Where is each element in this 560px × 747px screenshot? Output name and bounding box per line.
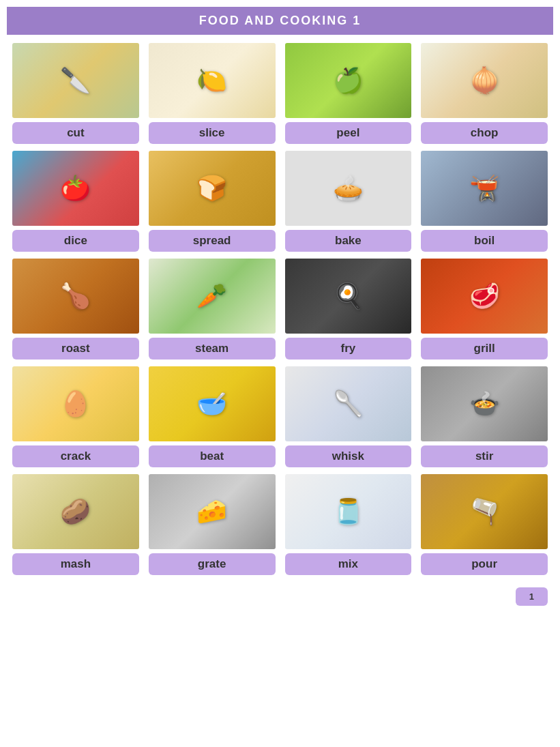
- image-steam: 🥕: [149, 259, 276, 334]
- image-mix: 🫙: [285, 474, 412, 549]
- label-whisk: whisk: [285, 445, 412, 467]
- image-fry: 🍳: [285, 259, 412, 334]
- image-placeholder-peel: 🍏: [285, 43, 412, 118]
- image-whisk: 🥄: [285, 366, 412, 441]
- page-title: FOOD AND COOKING 1: [7, 7, 553, 35]
- image-placeholder-chop: 🧅: [421, 43, 548, 118]
- emoji-mix: 🫙: [333, 499, 364, 524]
- label-pour: pour: [421, 553, 548, 575]
- item-stir: 🍲stir: [421, 366, 548, 467]
- emoji-pour: 🫗: [469, 499, 500, 524]
- item-peel: 🍏peel: [285, 43, 412, 144]
- image-slice: 🍋: [149, 43, 276, 118]
- label-grate: grate: [149, 553, 276, 575]
- emoji-dice: 🍅: [60, 176, 91, 201]
- image-placeholder-mash: 🥔: [12, 474, 139, 549]
- label-grill: grill: [421, 338, 548, 360]
- image-pour: 🫗: [421, 474, 548, 549]
- image-cut: 🔪: [12, 43, 139, 118]
- label-steam: steam: [149, 338, 276, 360]
- emoji-spread: 🍞: [196, 176, 227, 201]
- emoji-crack: 🥚: [60, 392, 91, 416]
- label-slice: slice: [149, 122, 276, 144]
- emoji-fry: 🍳: [333, 284, 364, 308]
- label-roast: roast: [12, 338, 139, 360]
- emoji-mash: 🥔: [60, 499, 91, 524]
- item-chop: 🧅chop: [421, 43, 548, 144]
- emoji-whisk: 🥄: [333, 392, 364, 416]
- image-placeholder-stir: 🍲: [421, 366, 548, 441]
- image-placeholder-mix: 🫙: [285, 474, 412, 549]
- image-grate: 🧀: [149, 474, 276, 549]
- footer: 1: [7, 581, 553, 606]
- item-crack: 🥚crack: [12, 366, 139, 467]
- emoji-grill: 🥩: [469, 284, 500, 308]
- item-roast: 🍗roast: [12, 259, 139, 360]
- label-beat: beat: [149, 445, 276, 467]
- item-bake: 🥧bake: [285, 151, 412, 252]
- item-pour: 🫗pour: [421, 474, 548, 575]
- cooking-grid: 🔪cut🍋slice🍏peel🧅chop🍅dice🍞spread🥧bake🫕bo…: [7, 43, 553, 575]
- image-peel: 🍏: [285, 43, 412, 118]
- item-mash: 🥔mash: [12, 474, 139, 575]
- image-placeholder-steam: 🥕: [149, 259, 276, 334]
- emoji-peel: 🍏: [333, 68, 364, 93]
- item-dice: 🍅dice: [12, 151, 139, 252]
- item-boil: 🫕boil: [421, 151, 548, 252]
- image-placeholder-boil: 🫕: [421, 151, 548, 226]
- item-steam: 🥕steam: [149, 259, 276, 360]
- emoji-steam: 🥕: [196, 284, 227, 308]
- image-bake: 🥧: [285, 151, 412, 226]
- label-cut: cut: [12, 122, 139, 144]
- label-chop: chop: [421, 122, 548, 144]
- label-mash: mash: [12, 553, 139, 575]
- image-roast: 🍗: [12, 259, 139, 334]
- image-placeholder-dice: 🍅: [12, 151, 139, 226]
- label-dice: dice: [12, 230, 139, 252]
- item-spread: 🍞spread: [149, 151, 276, 252]
- image-chop: 🧅: [421, 43, 548, 118]
- image-beat: 🥣: [149, 366, 276, 441]
- item-grill: 🥩grill: [421, 259, 548, 360]
- emoji-beat: 🥣: [196, 392, 227, 416]
- image-placeholder-pour: 🫗: [421, 474, 548, 549]
- label-peel: peel: [285, 122, 412, 144]
- label-boil: boil: [421, 230, 548, 252]
- emoji-slice: 🍋: [196, 68, 227, 93]
- image-boil: 🫕: [421, 151, 548, 226]
- label-crack: crack: [12, 445, 139, 467]
- label-spread: spread: [149, 230, 276, 252]
- emoji-roast: 🍗: [60, 284, 91, 308]
- image-dice: 🍅: [12, 151, 139, 226]
- image-grill: 🥩: [421, 259, 548, 334]
- item-beat: 🥣beat: [149, 366, 276, 467]
- item-grate: 🧀grate: [149, 474, 276, 575]
- footer-label: 1: [516, 587, 548, 606]
- item-slice: 🍋slice: [149, 43, 276, 144]
- emoji-bake: 🥧: [333, 176, 364, 201]
- label-stir: stir: [421, 445, 548, 467]
- image-placeholder-spread: 🍞: [149, 151, 276, 226]
- image-placeholder-grate: 🧀: [149, 474, 276, 549]
- item-fry: 🍳fry: [285, 259, 412, 360]
- image-crack: 🥚: [12, 366, 139, 441]
- item-cut: 🔪cut: [12, 43, 139, 144]
- image-placeholder-whisk: 🥄: [285, 366, 412, 441]
- image-placeholder-crack: 🥚: [12, 366, 139, 441]
- item-whisk: 🥄whisk: [285, 366, 412, 467]
- image-stir: 🍲: [421, 366, 548, 441]
- item-mix: 🫙mix: [285, 474, 412, 575]
- image-placeholder-fry: 🍳: [285, 259, 412, 334]
- image-placeholder-slice: 🍋: [149, 43, 276, 118]
- image-placeholder-roast: 🍗: [12, 259, 139, 334]
- image-placeholder-grill: 🥩: [421, 259, 548, 334]
- image-mash: 🥔: [12, 474, 139, 549]
- image-placeholder-beat: 🥣: [149, 366, 276, 441]
- emoji-stir: 🍲: [469, 392, 500, 416]
- image-placeholder-cut: 🔪: [12, 43, 139, 118]
- emoji-chop: 🧅: [469, 68, 500, 93]
- label-mix: mix: [285, 553, 412, 575]
- label-bake: bake: [285, 230, 412, 252]
- emoji-cut: 🔪: [60, 68, 91, 93]
- image-placeholder-bake: 🥧: [285, 151, 412, 226]
